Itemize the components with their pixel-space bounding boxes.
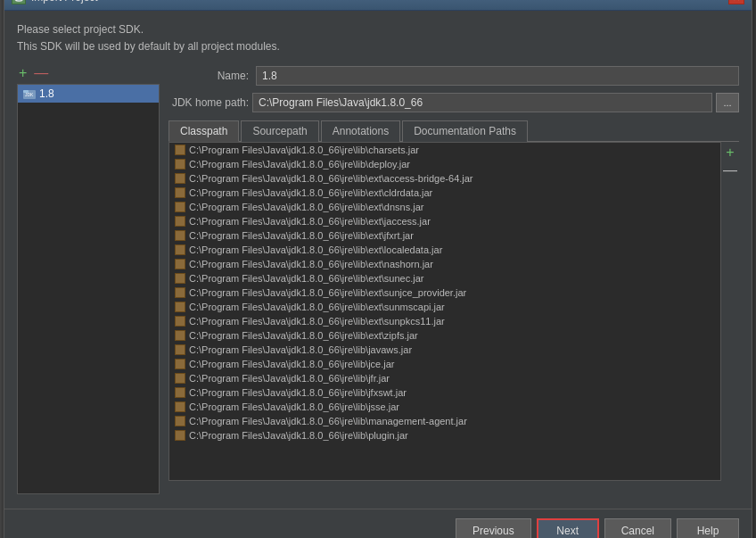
classpath-item[interactable]: C:\Program Files\Java\jdk1.8.0_66\jre\li… xyxy=(169,257,720,271)
classpath-item[interactable]: C:\Program Files\Java\jdk1.8.0_66\jre\li… xyxy=(169,400,720,414)
tabs-bar: Classpath Sourcepath Annotations Documen… xyxy=(168,120,739,142)
classpath-item-label: C:\Program Files\Java\jdk1.8.0_66\jre\li… xyxy=(189,202,424,212)
jar-icon xyxy=(175,244,185,255)
jar-icon xyxy=(175,187,185,198)
jar-icon xyxy=(175,287,185,298)
description: Please select project SDK. This SDK will… xyxy=(17,21,739,55)
sdk-list-panel: + — JDK 1.8 xyxy=(17,66,160,494)
classpath-item[interactable]: C:\Program Files\Java\jdk1.8.0_66\jre\li… xyxy=(169,385,720,400)
classpath-item-label: C:\Program Files\Java\jdk1.8.0_66\jre\li… xyxy=(189,145,419,155)
jar-icon xyxy=(175,359,185,369)
classpath-item[interactable]: C:\Program Files\Java\jdk1.8.0_66\jre\li… xyxy=(169,314,720,328)
classpath-item[interactable]: C:\Program Files\Java\jdk1.8.0_66\jre\li… xyxy=(169,271,720,286)
name-field-row: Name: xyxy=(168,66,739,86)
jar-icon xyxy=(175,159,185,170)
title-bar: ☕ Import Project ✕ xyxy=(4,0,752,11)
previous-button[interactable]: Previous xyxy=(456,518,531,538)
jar-icon xyxy=(175,145,185,155)
tab-sourcepath[interactable]: Sourcepath xyxy=(241,120,318,142)
classpath-item[interactable]: C:\Program Files\Java\jdk1.8.0_66\jre\li… xyxy=(169,171,720,186)
jar-icon xyxy=(175,216,185,227)
classpath-item[interactable]: C:\Program Files\Java\jdk1.8.0_66\jre\li… xyxy=(169,143,720,157)
classpath-item-label: C:\Program Files\Java\jdk1.8.0_66\jre\li… xyxy=(189,287,466,298)
classpath-item[interactable]: C:\Program Files\Java\jdk1.8.0_66\jre\li… xyxy=(169,428,720,443)
dialog-icon: ☕ xyxy=(12,0,26,4)
help-button[interactable]: Help xyxy=(677,518,739,538)
jar-icon xyxy=(175,173,185,184)
tab-classpath[interactable]: Classpath xyxy=(168,120,239,142)
import-project-dialog: ☕ Import Project ✕ Please select project… xyxy=(4,0,752,538)
right-panel: Name: JDK home path: ... Classpath Sourc… xyxy=(168,66,739,494)
classpath-item[interactable]: C:\Program Files\Java\jdk1.8.0_66\jre\li… xyxy=(169,228,720,243)
classpath-item[interactable]: C:\Program Files\Java\jdk1.8.0_66\jre\li… xyxy=(169,186,720,200)
classpath-item[interactable]: C:\Program Files\Java\jdk1.8.0_66\jre\li… xyxy=(169,200,720,214)
jar-icon xyxy=(175,330,185,341)
dialog-title: Import Project xyxy=(31,0,98,4)
classpath-item-label: C:\Program Files\Java\jdk1.8.0_66\jre\li… xyxy=(189,387,407,398)
classpath-item[interactable]: C:\Program Files\Java\jdk1.8.0_66\jre\li… xyxy=(169,300,720,314)
jdk-path-label: JDK home path: xyxy=(168,96,249,109)
classpath-item[interactable]: C:\Program Files\Java\jdk1.8.0_66\jre\li… xyxy=(169,357,720,371)
classpath-item-label: C:\Program Files\Java\jdk1.8.0_66\jre\li… xyxy=(189,216,431,227)
tab-documentation-paths[interactable]: Documentation Paths xyxy=(402,120,528,142)
sdk-list[interactable]: JDK 1.8 xyxy=(17,84,160,494)
browse-button[interactable]: ... xyxy=(716,93,739,112)
remove-classpath-button[interactable]: — xyxy=(723,163,737,178)
classpath-item-label: C:\Program Files\Java\jdk1.8.0_66\jre\li… xyxy=(189,187,432,198)
classpath-item-label: C:\Program Files\Java\jdk1.8.0_66\jre\li… xyxy=(189,430,408,441)
classpath-item[interactable]: C:\Program Files\Java\jdk1.8.0_66\jre\li… xyxy=(169,214,720,228)
classpath-item[interactable]: C:\Program Files\Java\jdk1.8.0_66\jre\li… xyxy=(169,371,720,385)
footer: Previous Next Cancel Help xyxy=(4,509,752,538)
add-classpath-button[interactable]: + xyxy=(726,145,734,160)
classpath-item-label: C:\Program Files\Java\jdk1.8.0_66\jre\li… xyxy=(189,373,390,384)
jar-icon xyxy=(175,316,185,327)
jar-icon xyxy=(175,373,185,384)
classpath-item[interactable]: C:\Program Files\Java\jdk1.8.0_66\jre\li… xyxy=(169,243,720,257)
remove-sdk-button[interactable]: — xyxy=(32,66,50,80)
jar-icon xyxy=(175,302,185,312)
jdk-path-input[interactable] xyxy=(252,93,712,112)
classpath-item[interactable]: C:\Program Files\Java\jdk1.8.0_66\jre\li… xyxy=(169,328,720,343)
jar-icon xyxy=(175,430,185,441)
classpath-item[interactable]: C:\Program Files\Java\jdk1.8.0_66\jre\li… xyxy=(169,414,720,428)
sdk-item[interactable]: JDK 1.8 xyxy=(18,85,159,103)
main-content: + — JDK 1.8 xyxy=(17,66,739,494)
name-label: Name: xyxy=(168,70,249,82)
add-sdk-button[interactable]: + xyxy=(17,66,29,80)
sdk-item-label: 1.8 xyxy=(39,87,54,100)
classpath-container: C:\Program Files\Java\jdk1.8.0_66\jre\li… xyxy=(168,142,739,481)
classpath-item-label: C:\Program Files\Java\jdk1.8.0_66\jre\li… xyxy=(189,244,442,255)
classpath-item-label: C:\Program Files\Java\jdk1.8.0_66\jre\li… xyxy=(189,416,467,426)
name-input[interactable] xyxy=(256,66,739,86)
classpath-item-label: C:\Program Files\Java\jdk1.8.0_66\jre\li… xyxy=(189,401,399,412)
classpath-item-label: C:\Program Files\Java\jdk1.8.0_66\jre\li… xyxy=(189,316,445,327)
classpath-item[interactable]: C:\Program Files\Java\jdk1.8.0_66\jre\li… xyxy=(169,157,720,171)
jar-icon xyxy=(175,230,185,241)
classpath-item-label: C:\Program Files\Java\jdk1.8.0_66\jre\li… xyxy=(189,344,412,355)
classpath-item-label: C:\Program Files\Java\jdk1.8.0_66\jre\li… xyxy=(189,173,473,184)
dialog-body: Please select project SDK. This SDK will… xyxy=(4,11,752,505)
classpath-item-label: C:\Program Files\Java\jdk1.8.0_66\jre\li… xyxy=(189,330,418,341)
classpath-sidebar: + — xyxy=(721,142,739,481)
classpath-item[interactable]: C:\Program Files\Java\jdk1.8.0_66\jre\li… xyxy=(169,343,720,357)
classpath-item-label: C:\Program Files\Java\jdk1.8.0_66\jre\li… xyxy=(189,259,433,269)
jar-icon xyxy=(175,202,185,212)
classpath-item[interactable]: C:\Program Files\Java\jdk1.8.0_66\jre\li… xyxy=(169,286,720,300)
classpath-item-label: C:\Program Files\Java\jdk1.8.0_66\jre\li… xyxy=(189,273,424,284)
jar-icon xyxy=(175,273,185,284)
classpath-item-label: C:\Program Files\Java\jdk1.8.0_66\jre\li… xyxy=(189,159,410,170)
close-button[interactable]: ✕ xyxy=(728,0,744,4)
jar-icon xyxy=(175,416,185,426)
next-button[interactable]: Next xyxy=(537,518,599,538)
svg-text:JDK: JDK xyxy=(25,92,34,97)
jar-icon xyxy=(175,401,185,412)
jar-icon xyxy=(175,387,185,398)
jar-icon xyxy=(175,344,185,355)
tab-annotations[interactable]: Annotations xyxy=(321,120,400,142)
classpath-list[interactable]: C:\Program Files\Java\jdk1.8.0_66\jre\li… xyxy=(168,142,721,481)
jdk-path-row: JDK home path: ... xyxy=(168,93,739,112)
sdk-folder-icon: JDK xyxy=(23,87,36,100)
classpath-item-label: C:\Program Files\Java\jdk1.8.0_66\jre\li… xyxy=(189,302,445,312)
cancel-button[interactable]: Cancel xyxy=(604,518,671,538)
classpath-item-label: C:\Program Files\Java\jdk1.8.0_66\jre\li… xyxy=(189,230,414,241)
